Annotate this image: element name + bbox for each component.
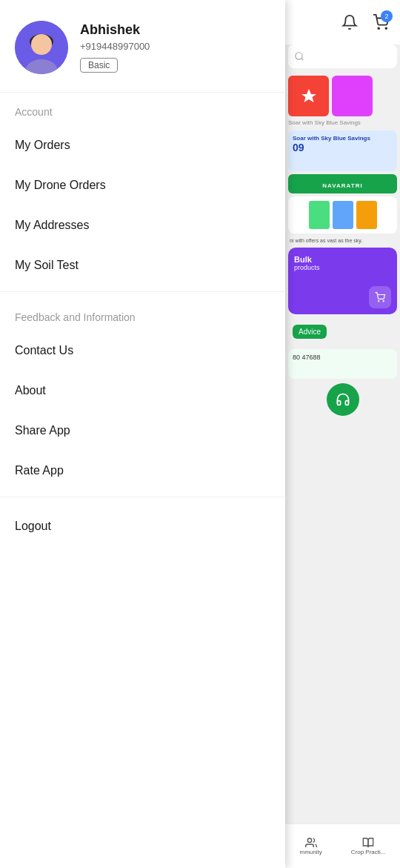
feedback-menu: Contact Us About Share App Rate App [0,331,285,491]
purple-sub: products [294,264,391,271]
menu-item-my-addresses[interactable]: My Addresses [0,205,285,245]
svg-point-4 [378,27,379,29]
side-drawer: Abhishek +919448997000 Basic Account My … [0,0,285,868]
menu-item-my-drone-orders[interactable]: My Drone Orders [0,165,285,205]
menu-item-about[interactable]: About [0,371,285,411]
purple-title: Bulk [294,255,391,264]
right-panel-background: 2 Soar with Sky Blue Savings Soar [285,0,400,868]
logout-item[interactable]: Logout [0,503,285,549]
menu-item-share-app[interactable]: Share App [0,411,285,451]
section-divider-1 [0,291,285,292]
menu-item-my-soil-test[interactable]: My Soil Test [0,245,285,285]
svg-point-2 [31,34,52,55]
advice-section: Advice [285,317,400,346]
feedback-section-label: Feedback and Information [0,298,285,331]
profile-badge: Basic [80,58,118,73]
coupon-banner: NAVARATRI [288,174,397,193]
account-menu: My Orders My Drone Orders My Addresses M… [0,125,285,285]
phone-number: 80 47688 [293,354,393,361]
bottom-nav-community[interactable]: mmunity [300,837,322,855]
section-divider-2 [0,497,285,497]
product-thumb-2 [332,76,373,116]
search-bar-bg [288,44,397,68]
purple-promo-section: Bulk products [288,248,397,314]
fab-button[interactable] [327,383,359,416]
promo-day: 09 [293,142,393,153]
purple-cart-icon [369,286,391,308]
product-thumb-1 [288,76,329,116]
svg-point-7 [379,301,379,302]
notification-icon-area [338,10,361,34]
menu-item-contact-us[interactable]: Contact Us [0,331,285,371]
phone-section: 80 47688 [288,349,397,379]
product-shelf [288,196,397,233]
product-label-pesticide: Soar with Sky Blue Savings [285,119,400,127]
right-top-bar: 2 [285,0,400,44]
profile-phone: +919448997000 [80,41,150,52]
app-layout: Abhishek +919448997000 Basic Account My … [0,0,400,868]
promo-text: Soar with Sky Blue Savings [293,135,393,142]
cart-badge: 2 [381,10,393,22]
svg-point-8 [383,301,384,302]
bottom-nav-crop[interactable]: Crop Practi... [351,837,386,855]
promo-card: Soar with Sky Blue Savings 09 [288,130,397,171]
svg-point-6 [296,53,302,59]
coupon-text: NAVARATRI [322,182,362,189]
advice-badge: Advice [293,325,327,339]
product-row [285,73,400,119]
cart-icon-area: 2 [369,10,393,34]
menu-item-rate-app[interactable]: Rate App [0,451,285,491]
menu-item-my-orders[interactable]: My Orders [0,125,285,165]
profile-info: Abhishek +919448997000 Basic [80,22,150,73]
profile-header[interactable]: Abhishek +919448997000 Basic [0,0,285,93]
svg-point-5 [385,27,387,29]
right-bg-content: 2 Soar with Sky Blue Savings Soar [285,0,400,868]
account-section-label: Account [0,93,285,125]
avatar [15,21,68,74]
bottom-nav: mmunity Crop Practi... [285,824,400,868]
svg-point-9 [307,838,311,842]
offer-text: ni with offers as vast as the sky. [285,236,400,245]
profile-name: Abhishek [80,22,150,38]
